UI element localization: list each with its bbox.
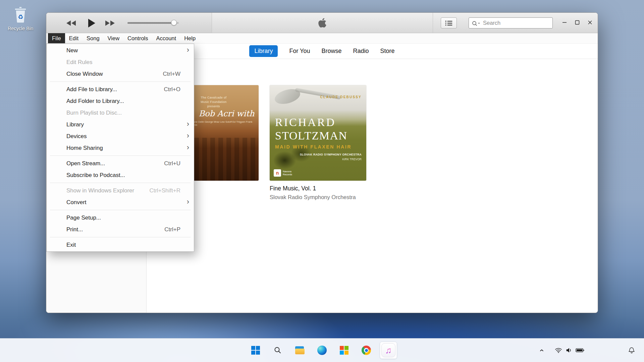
chrome-icon: [362, 346, 371, 355]
menu-item-convert[interactable]: Convert ›: [47, 196, 194, 208]
menu-item-label: Page Setup...: [66, 215, 101, 221]
menu-item-open-stream[interactable]: Open Stream... Ctrl+U: [47, 158, 194, 169]
menu-item-home-sharing[interactable]: Home Sharing ›: [47, 142, 194, 154]
playback-zone: [46, 13, 212, 33]
tab-browse[interactable]: Browse: [322, 48, 342, 55]
menu-item-print[interactable]: Print... Ctrl+P: [47, 224, 194, 235]
chevron-up-icon: [539, 347, 545, 353]
menu-item-label: Print...: [66, 226, 83, 233]
recycle-bin-shortcut[interactable]: ♻ Recycle Bin: [7, 5, 34, 31]
file-explorer-button[interactable]: [291, 342, 309, 359]
menu-item-add-folder-to-library[interactable]: Add Folder to Library...: [47, 95, 194, 107]
search-input[interactable]: [469, 18, 552, 28]
submenu-chevron-icon: ›: [187, 46, 189, 54]
menu-account[interactable]: Account: [152, 33, 180, 43]
fast-forward-icon: [105, 20, 115, 26]
menu-item-shortcut: Ctrl+W: [163, 71, 180, 77]
menu-item-label: Home Sharing: [66, 145, 103, 152]
titlebar-divider: [433, 13, 433, 33]
itunes-icon: ♫: [381, 343, 395, 357]
menu-item-label: Devices: [66, 133, 87, 140]
menu-item-new[interactable]: New ›: [47, 45, 194, 56]
recycle-bin-icon: ♻: [13, 5, 28, 23]
menu-controls[interactable]: Controls: [123, 33, 152, 43]
play-icon: [88, 18, 96, 28]
album-art-title: MAID WITH FLAXEN HAIR: [275, 144, 352, 149]
menu-item-devices[interactable]: Devices ›: [47, 130, 194, 142]
maximize-icon: [574, 19, 581, 26]
navona-logo-icon: n: [274, 169, 281, 177]
system-tray[interactable]: [555, 347, 584, 354]
chrome-button[interactable]: [358, 342, 375, 359]
menu-item-add-file-to-library[interactable]: Add File to Library... Ctrl+O: [47, 83, 194, 95]
menu-item-label: Add File to Library...: [66, 86, 117, 93]
submenu-chevron-icon: ›: [187, 120, 189, 128]
apple-logo-icon: [318, 17, 326, 28]
maximize-button[interactable]: [572, 17, 583, 28]
menu-song[interactable]: Song: [83, 33, 104, 43]
volume-slider-fill: [127, 22, 174, 24]
album-artist[interactable]: Slovak Radio Symphony Orchestra: [270, 194, 366, 200]
file-dropdown-menu: New › Edit Rules Close Window Ctrl+W Add…: [46, 44, 194, 252]
menu-separator: [50, 210, 191, 210]
minimize-icon: [561, 19, 568, 26]
album-art-artist-line2: STOLTZMAN: [275, 129, 347, 142]
menu-item-exit[interactable]: Exit: [47, 239, 194, 251]
menu-separator: [50, 81, 191, 82]
menu-item-label: Burn Playlist to Disc...: [66, 110, 122, 116]
edge-button[interactable]: [313, 342, 331, 359]
menu-item-shortcut: Ctrl+U: [164, 160, 180, 167]
menu-help[interactable]: Help: [180, 33, 200, 43]
tab-library[interactable]: Library: [249, 45, 278, 57]
album-title[interactable]: Fine Music, Vol. 1: [270, 185, 366, 192]
notifications-button[interactable]: [628, 347, 635, 354]
desktop-wallpaper: ♻ Recycle Bin: [0, 0, 644, 362]
menu-item-edit-rules: Edit Rules: [47, 56, 194, 68]
start-button[interactable]: [247, 342, 264, 359]
menu-view[interactable]: View: [104, 33, 123, 43]
microsoft-store-button[interactable]: [335, 342, 353, 359]
play-button[interactable]: [84, 17, 99, 28]
menu-item-label: Add Folder to Library...: [66, 98, 124, 105]
menu-edit[interactable]: Edit: [65, 33, 83, 43]
menu-item-library[interactable]: Library ›: [47, 119, 194, 130]
tab-for-you[interactable]: For You: [289, 48, 310, 55]
album-art-fine-music[interactable]: CLAUDE DEBUSSY RICHARD STOLTZMAN MAID WI…: [270, 85, 366, 181]
album-art-credits: Diane Delin George Mraz Lew Soloff Ed Th…: [191, 120, 255, 126]
tray-show-hidden-icons-button[interactable]: [539, 347, 545, 353]
menu-item-burn-playlist: Burn Playlist to Disc...: [47, 107, 194, 119]
menu-separator: [50, 183, 191, 183]
record-label-text: Navona Records: [283, 170, 300, 176]
fast-forward-button[interactable]: [103, 17, 117, 28]
album-art-orchestra: SLOVAK RADIO SYMPHONY ORCHESTRA: [300, 153, 362, 156]
menu-item-close-window[interactable]: Close Window Ctrl+W: [47, 68, 194, 80]
rewind-button[interactable]: [64, 17, 78, 28]
battery-icon: [576, 348, 584, 353]
submenu-chevron-icon: ›: [187, 143, 189, 152]
itunes-window: File Edit Song View Controls Account Hel…: [46, 12, 598, 313]
submenu-chevron-icon: ›: [187, 131, 189, 140]
close-icon: [587, 19, 593, 26]
menu-item-label: New: [66, 47, 78, 54]
tab-radio[interactable]: Radio: [353, 48, 369, 55]
menu-item-page-setup[interactable]: Page Setup...: [47, 212, 194, 224]
album-art-composer: CLAUDE DEBUSSY: [320, 95, 362, 99]
minimize-button[interactable]: [559, 17, 570, 28]
tab-store[interactable]: Store: [380, 48, 395, 55]
window-titlebar[interactable]: [46, 13, 598, 33]
taskbar-search-icon: [274, 346, 282, 354]
itunes-taskbar-button[interactable]: ♫: [380, 342, 397, 359]
close-button[interactable]: [584, 17, 596, 28]
taskbar-search-button[interactable]: [269, 342, 286, 359]
menu-item-subscribe-to-podcast[interactable]: Subscribe to Podcast...: [47, 169, 194, 181]
menu-item-label: Subscribe to Podcast...: [66, 172, 125, 179]
album-art-script-title: Bob Acri with: [199, 109, 254, 118]
file-explorer-icon: [295, 346, 305, 354]
list-view-button[interactable]: [441, 17, 457, 28]
recycle-bin-label: Recycle Bin: [7, 26, 34, 31]
volume-slider-knob[interactable]: [171, 20, 177, 25]
album-card-fine-music[interactable]: CLAUDE DEBUSSY RICHARD STOLTZMAN MAID WI…: [270, 85, 366, 200]
menu-separator: [50, 237, 191, 237]
menu-item-label: Exit: [66, 242, 76, 248]
menu-file[interactable]: File: [48, 33, 65, 43]
